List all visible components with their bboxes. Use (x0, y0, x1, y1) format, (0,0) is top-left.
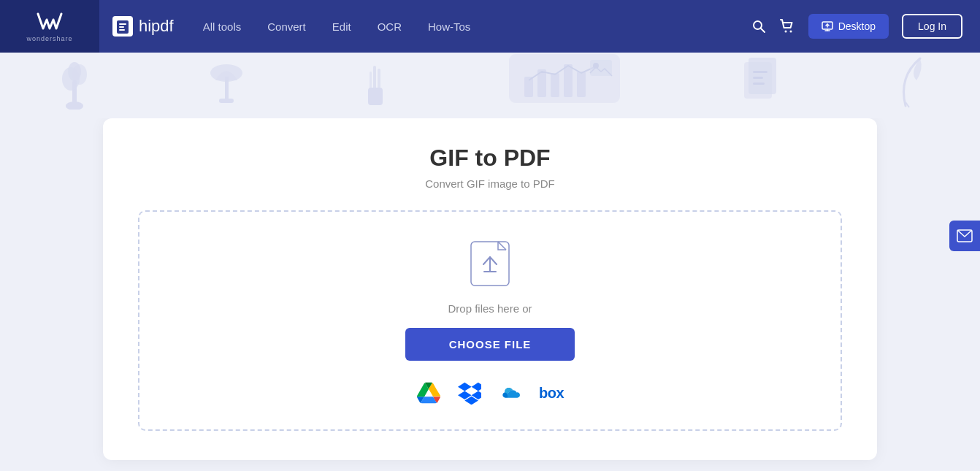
svg-point-16 (68, 62, 81, 81)
svg-rect-22 (378, 69, 380, 89)
box-text: box (539, 385, 564, 402)
svg-rect-20 (368, 88, 383, 105)
svg-rect-3 (119, 29, 125, 31)
svg-rect-2 (119, 26, 124, 28)
google-drive-icon[interactable] (416, 380, 442, 406)
nav-convert[interactable]: Convert (267, 20, 306, 33)
nav-ocr[interactable]: OCR (378, 20, 402, 33)
pencil-cup-illustration (361, 58, 390, 118)
page-title: GIF to PDF (138, 145, 842, 172)
svg-point-6 (784, 31, 786, 33)
svg-rect-30 (590, 60, 612, 76)
quill-illustration (895, 55, 924, 118)
svg-rect-29 (577, 72, 586, 97)
hipdf-icon (112, 16, 133, 37)
svg-line-5 (760, 28, 765, 33)
svg-rect-23 (370, 72, 372, 89)
hipdf-logo[interactable]: hipdf (112, 16, 174, 37)
svg-rect-28 (564, 64, 573, 97)
upload-icon (470, 241, 510, 289)
nav-all-tools[interactable]: All tools (203, 20, 242, 33)
choose-file-button[interactable]: CHOOSE FILE (405, 328, 575, 361)
nav-edit[interactable]: Edit (332, 20, 351, 33)
svg-rect-33 (749, 58, 776, 94)
hipdf-text: hipdf (139, 17, 174, 36)
documents-illustration (738, 55, 782, 118)
dropbox-icon[interactable] (456, 380, 483, 406)
box-icon[interactable]: box (538, 380, 564, 406)
wondershare-logo[interactable]: wondershare (0, 0, 99, 53)
converter-card: GIF to PDF Convert GIF image to PDF Drop… (103, 118, 877, 460)
monitor-illustration (502, 53, 627, 118)
plant-illustration (56, 58, 93, 118)
navbar: wondershare hipdf All tools Convert Edit… (0, 0, 980, 53)
wondershare-text: wondershare (26, 35, 72, 42)
lamp-illustration (204, 58, 248, 118)
hero-illustrations (0, 53, 980, 118)
search-button[interactable] (751, 19, 766, 34)
cloud-services: box (416, 380, 564, 406)
cart-button[interactable] (779, 18, 795, 34)
onedrive-icon[interactable] (497, 380, 524, 406)
mail-button[interactable] (949, 221, 980, 251)
dropzone[interactable]: Drop files here or CHOOSE FILE (138, 210, 842, 431)
svg-rect-34 (753, 71, 767, 73)
main-wrapper: GIF to PDF Convert GIF image to PDF Drop… (0, 118, 980, 460)
drop-text: Drop files here or (448, 302, 532, 315)
ws-icon (37, 11, 63, 35)
nav-actions: Desktop Log In (751, 14, 962, 39)
page-subtitle: Convert GIF image to PDF (138, 177, 842, 190)
svg-rect-1 (119, 23, 126, 25)
svg-rect-27 (551, 73, 559, 97)
svg-rect-35 (753, 77, 763, 79)
svg-point-7 (789, 31, 792, 33)
nav-how-tos[interactable]: How-Tos (428, 20, 470, 33)
desktop-btn-label: Desktop (838, 20, 876, 32)
hero-background (0, 53, 980, 118)
svg-rect-36 (753, 83, 765, 85)
login-button[interactable]: Log In (902, 14, 962, 39)
nav-links: All tools Convert Edit OCR How-Tos (203, 20, 751, 33)
svg-rect-21 (373, 66, 376, 89)
desktop-button[interactable]: Desktop (808, 14, 889, 39)
